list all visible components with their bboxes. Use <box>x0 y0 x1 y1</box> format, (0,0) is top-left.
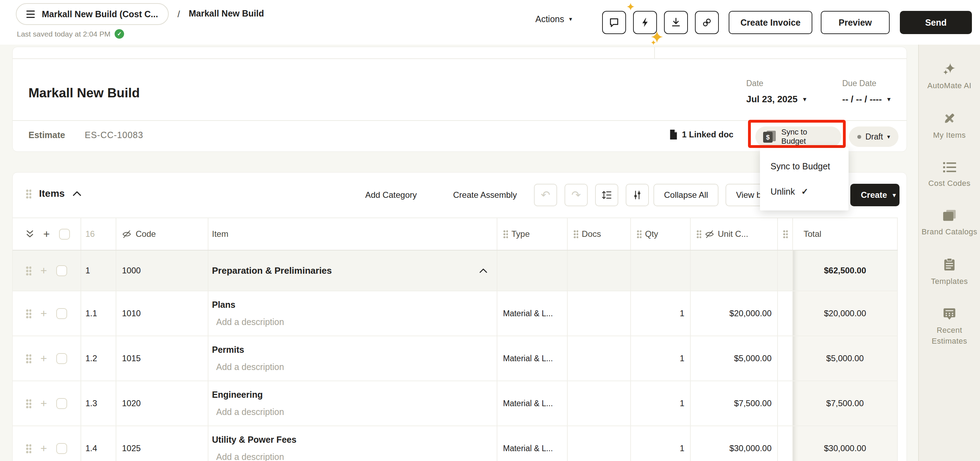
item-description-placeholder[interactable]: Add a description <box>212 407 497 417</box>
actions-dropdown-button[interactable]: Actions ▾ <box>535 14 572 24</box>
row-docs[interactable] <box>567 381 630 426</box>
drag-handle-icon[interactable] <box>25 266 31 275</box>
row-code[interactable]: 1015 <box>116 336 208 380</box>
copy-link-button[interactable] <box>695 11 719 34</box>
create-invoice-button[interactable]: Create Invoice <box>729 11 812 34</box>
row-qty[interactable]: 1 <box>630 336 690 380</box>
category-code[interactable]: 1000 <box>116 251 208 291</box>
sidebar-item-brand-catalogs[interactable]: Brand Catalogs <box>921 209 978 237</box>
item-name[interactable]: Engineering <box>212 389 497 400</box>
row-type[interactable]: Material & L... <box>497 291 567 335</box>
column-header-total[interactable]: Total <box>803 229 821 239</box>
column-drag-handle-icon[interactable] <box>503 230 508 238</box>
column-drag-handle-icon[interactable] <box>696 230 701 238</box>
row-unit-cost[interactable]: $30,000.00 <box>690 426 777 461</box>
sync-to-budget-button[interactable]: $ Sync to Budget <box>756 127 841 147</box>
download-button[interactable] <box>664 11 688 34</box>
add-row-icon[interactable]: + <box>40 308 47 319</box>
row-docs[interactable] <box>567 336 630 380</box>
row-checkbox[interactable] <box>56 398 67 409</box>
drag-handle-icon[interactable] <box>25 399 31 408</box>
row-unit-cost[interactable]: $7,500.00 <box>690 381 777 426</box>
send-button[interactable]: Send <box>900 11 972 34</box>
status-dropdown[interactable]: Draft ▾ <box>849 127 899 147</box>
menu-item-unlink[interactable]: Unlink ✓ <box>760 179 848 204</box>
collapse-rows-icon[interactable] <box>25 229 34 238</box>
row-docs[interactable] <box>567 291 630 335</box>
add-category-button[interactable]: Add Category <box>365 190 417 200</box>
row-qty[interactable]: 1 <box>630 291 690 335</box>
sidebar-item-my-items[interactable]: My Items <box>921 112 978 141</box>
row-code[interactable]: 1010 <box>116 291 208 335</box>
select-all-checkbox[interactable] <box>59 229 70 240</box>
row-docs[interactable] <box>567 426 630 461</box>
column-header-code[interactable]: Code <box>136 229 156 239</box>
redo-button[interactable]: ↷ <box>565 184 588 206</box>
column-header-docs[interactable]: Docs <box>582 229 601 239</box>
row-height-icon <box>602 190 612 200</box>
document-title[interactable]: Markall New Build <box>29 86 140 100</box>
item-description-placeholder[interactable]: Add a description <box>212 452 497 461</box>
eye-slash-icon[interactable] <box>705 229 714 239</box>
column-drag-handle-icon[interactable] <box>636 230 641 238</box>
chevron-up-icon[interactable] <box>72 191 81 196</box>
sidebar-item-templates[interactable]: Templates <box>921 258 978 287</box>
eye-slash-icon[interactable] <box>122 229 132 239</box>
column-header-qty[interactable]: Qty <box>645 229 658 239</box>
row-code[interactable]: 1025 <box>116 426 208 461</box>
column-header-item[interactable]: Item <box>212 229 229 239</box>
collapse-all-button[interactable]: Collapse All <box>654 184 719 206</box>
row-count: 16 <box>86 229 95 239</box>
row-type[interactable]: Material & L... <box>497 381 567 426</box>
date-value-dropdown[interactable]: Jul 23, 2025 ▾ <box>746 94 807 105</box>
column-header-unit-cost[interactable]: Unit C... <box>718 229 748 239</box>
row-qty[interactable]: 1 <box>630 381 690 426</box>
drag-handle-icon[interactable] <box>25 354 31 363</box>
undo-button[interactable]: ↶ <box>534 184 557 206</box>
add-row-icon[interactable]: + <box>40 398 47 409</box>
row-type[interactable]: Material & L... <box>497 336 567 380</box>
sidebar-item-automate-ai[interactable]: AutoMate AI <box>921 62 978 91</box>
item-name[interactable]: Utility & Power Fees <box>212 435 497 445</box>
row-unit-cost[interactable]: $20,000.00 <box>690 291 777 335</box>
sidebar-item-cost-codes[interactable]: Cost Codes <box>921 161 978 189</box>
row-unit-cost[interactable]: $5,000.00 <box>690 336 777 380</box>
item-name[interactable]: Plans <box>212 300 497 310</box>
breadcrumb-project-pill[interactable]: Markall New Build (Cost C... <box>16 3 169 25</box>
menu-item-sync-to-budget[interactable]: Sync to Budget <box>760 154 848 179</box>
column-header-type[interactable]: Type <box>511 229 530 239</box>
row-total: $30,000.00 <box>792 426 898 461</box>
item-name[interactable]: Permits <box>212 345 497 355</box>
filter-sliders-button[interactable] <box>626 184 649 206</box>
row-checkbox[interactable] <box>56 308 67 319</box>
drag-handle-icon[interactable] <box>25 309 31 318</box>
create-button[interactable]: Create ▾ <box>850 184 899 206</box>
add-row-icon[interactable]: + <box>40 265 47 276</box>
linked-docs-button[interactable]: 1 Linked doc <box>669 129 733 140</box>
column-drag-handle-icon[interactable] <box>783 230 788 238</box>
add-row-icon[interactable]: + <box>40 443 47 454</box>
row-height-button[interactable] <box>595 184 618 206</box>
drag-handle-icon[interactable] <box>25 444 31 453</box>
chevron-up-icon[interactable] <box>479 268 488 273</box>
add-row-icon[interactable]: + <box>43 228 50 240</box>
column-drag-handle-icon[interactable] <box>573 230 578 238</box>
row-total: $20,000.00 <box>792 291 898 335</box>
category-name[interactable]: Preparation & Preliminaries <box>212 265 332 276</box>
item-description-placeholder[interactable]: Add a description <box>212 317 497 327</box>
row-checkbox[interactable] <box>56 265 67 276</box>
sidebar-item-recent-estimates[interactable]: Recent Estimates <box>921 307 978 347</box>
comment-button[interactable] <box>602 11 626 34</box>
row-qty[interactable]: 1 <box>630 426 690 461</box>
item-description-placeholder[interactable]: Add a description <box>212 362 497 372</box>
row-code[interactable]: 1020 <box>116 381 208 426</box>
row-checkbox[interactable] <box>56 353 67 364</box>
due-date-value-dropdown[interactable]: -- / -- / ---- ▾ <box>842 94 890 105</box>
create-assembly-button[interactable]: Create Assembly <box>453 190 517 200</box>
row-checkbox[interactable] <box>56 443 67 454</box>
drag-handle-icon[interactable] <box>25 189 31 199</box>
category-row: + 1 1000 Preparation & Preliminaries $62… <box>13 251 898 291</box>
add-row-icon[interactable]: + <box>40 353 47 364</box>
row-type[interactable]: Material & L... <box>497 426 567 461</box>
preview-button[interactable]: Preview <box>821 11 890 34</box>
